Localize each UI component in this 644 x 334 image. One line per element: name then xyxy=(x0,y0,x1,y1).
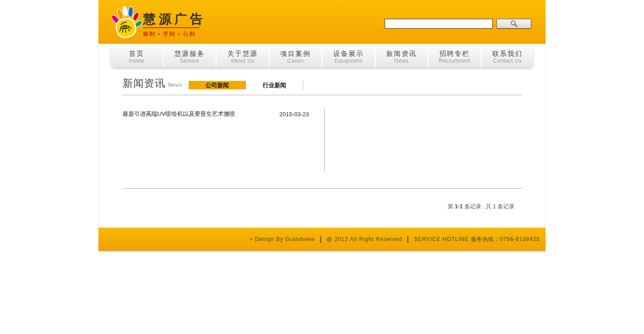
column-divider xyxy=(324,108,325,172)
brand-tagline: 眼到 • 手到 • 心到 xyxy=(143,30,206,38)
nav-item-contact[interactable]: 联系我们 Contact Us xyxy=(481,47,534,68)
news-list-item: 最新引进高端UV喷绘机以及爱普生艺术微喷 2015-03-23 xyxy=(123,110,309,118)
nav-item-service[interactable]: 慧源服务 Service xyxy=(163,47,216,68)
section-title-zh: 新闻资讯 xyxy=(123,77,165,89)
nav-label-en: News xyxy=(376,58,428,64)
divider-top xyxy=(123,95,522,95)
nav-label-zh: 慧源服务 xyxy=(164,50,216,58)
main-nav: 首页 Home 慧源服务 Service 关于慧源 About Us 项目案例 … xyxy=(110,47,534,68)
nav-label-zh: 新闻资讯 xyxy=(376,50,428,58)
nav-item-home[interactable]: 首页 Home xyxy=(110,47,163,68)
nav-item-equipment[interactable]: 设备展示 Equipment xyxy=(322,47,375,68)
site-footer: + Design By Grandview @ 2012 All Right R… xyxy=(98,228,546,251)
pagination-range: 1-1 xyxy=(455,203,463,210)
footer-hotline: SERVICE HOTLINE 服务热线 : 0756-8138425 xyxy=(414,236,540,243)
nav-label-zh: 首页 xyxy=(110,50,163,58)
nav-item-cases[interactable]: 项目案例 Cases xyxy=(269,47,322,68)
nav-label-zh: 招聘专栏 xyxy=(428,50,481,58)
nav-item-recruitment[interactable]: 招聘专栏 Recruitment xyxy=(428,47,481,68)
nav-label-en: Equipment xyxy=(322,58,375,64)
pagination: 第 1-1 条记录 , 共 1 条记录 xyxy=(448,203,514,211)
brand-rule xyxy=(143,27,199,28)
nav-label-zh: 项目案例 xyxy=(270,50,322,58)
pagination-pre: 第 xyxy=(448,203,455,210)
nav-label-en: About Us xyxy=(216,58,269,64)
search-button[interactable] xyxy=(496,19,531,29)
nav-label-zh: 设备展示 xyxy=(322,50,375,58)
search-input[interactable] xyxy=(385,19,493,29)
nav-label-zh: 联系我们 xyxy=(482,50,534,58)
section-title-en: News xyxy=(168,81,182,88)
brand-block: 慧源广告 眼到 • 手到 • 心到 xyxy=(143,13,206,38)
site-page: 慧源广告 眼到 • 手到 • 心到 首页 Home 慧源服务 Service xyxy=(98,0,546,252)
pagination-post: 条记录 , 共 1 条记录 xyxy=(463,203,514,210)
nav-label-en: Contact Us xyxy=(482,58,534,64)
nav-label-en: Home xyxy=(110,58,163,64)
tab-company-news[interactable]: 公司新闻 xyxy=(189,81,246,89)
nav-item-news[interactable]: 新闻资讯 News xyxy=(375,47,428,68)
main-wrapper: 首页 Home 慧源服务 Service 关于慧源 About Us 项目案例 … xyxy=(98,44,546,228)
nav-label-en: Cases xyxy=(270,58,322,64)
footer-separator xyxy=(407,236,408,243)
section-title: 新闻资讯News xyxy=(123,76,182,90)
nav-item-about[interactable]: 关于慧源 About Us xyxy=(216,47,269,68)
nav-label-en: Service xyxy=(164,58,216,64)
tab-separator xyxy=(303,80,303,90)
news-content: 新闻资讯News 公司新闻 行业新闻 最新引进高端UV喷绘机以及爱普生艺术微喷 … xyxy=(99,68,545,228)
hand-logo[interactable] xyxy=(112,4,142,42)
bottom-edge-line xyxy=(98,251,546,252)
news-tabs: 公司新闻 行业新闻 xyxy=(189,81,303,89)
magnifier-icon xyxy=(510,20,518,28)
nav-label-zh: 关于慧源 xyxy=(216,50,269,58)
footer-design-credit: + Design By Grandview xyxy=(249,236,315,242)
news-item-title[interactable]: 最新引进高端UV喷绘机以及爱普生艺术微喷 xyxy=(123,110,235,118)
footer-copyright: @ 2012 All Right Reserved xyxy=(326,236,402,242)
news-item-date: 2015-03-23 xyxy=(280,111,309,118)
brand-name: 慧源广告 xyxy=(143,13,206,26)
search-box xyxy=(385,19,531,29)
nav-label-en: Recruitment xyxy=(428,58,481,64)
site-header: 慧源广告 眼到 • 手到 • 心到 xyxy=(98,0,546,44)
tab-industry-news[interactable]: 行业新闻 xyxy=(246,81,303,89)
footer-separator xyxy=(320,236,321,243)
divider-bottom xyxy=(123,188,522,189)
